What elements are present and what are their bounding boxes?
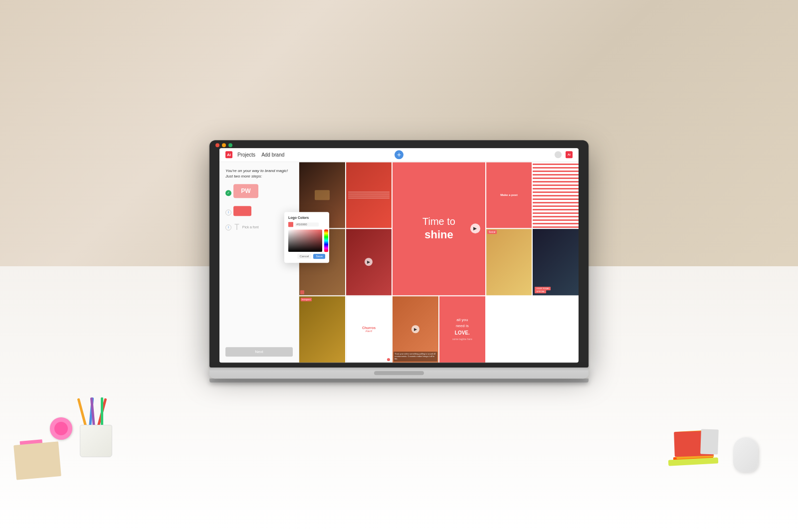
minimize-button[interactable]: [222, 143, 226, 147]
pencil-5: [101, 397, 103, 427]
picker-save-button[interactable]: Save: [313, 254, 325, 259]
add-button[interactable]: +: [395, 150, 403, 159]
step-1-check: ✓: [225, 190, 231, 196]
gallery-item-4[interactable]: [533, 162, 579, 228]
laptop: Ai Projects Add brand + Ai: [209, 140, 589, 382]
gallery-item-6[interactable]: ▶: [346, 229, 392, 295]
notebook-body: [13, 441, 61, 480]
books-area: [673, 422, 718, 462]
gallery-featured[interactable]: Time to shine ▶: [393, 162, 485, 295]
picker-cancel-button[interactable]: Cancel: [297, 254, 312, 259]
play-circle-1: ▶: [365, 258, 373, 266]
topbar-nav: Projects Add brand: [237, 152, 284, 158]
color-swatch-mini: [288, 222, 293, 227]
topbar-right: Ai: [555, 151, 573, 158]
left-panel: You're on your way to brand magic! Just …: [219, 162, 299, 362]
color-picker-title: Logo Colors: [288, 216, 325, 219]
laptop-screen-bezel: Ai Projects Add brand + Ai: [209, 140, 589, 367]
computer-mouse: [733, 437, 758, 472]
color-input-row: #f16060: [288, 222, 325, 227]
app-logo: Ai: [225, 151, 232, 158]
step-3-circle: i: [225, 224, 231, 230]
love-text: all you need is LOVE. some tagline here: [452, 317, 472, 342]
video-overlay-1[interactable]: ▶: [346, 229, 392, 295]
gallery-item-7[interactable]: Social: [486, 229, 532, 295]
font-section: i T Pick a font: [225, 223, 293, 232]
gradient-area[interactable]: [288, 229, 322, 252]
step-2-circle: i: [225, 209, 231, 215]
topbar: Ai Projects Add brand + Ai: [219, 148, 579, 162]
app-ui: Ai Projects Add brand + Ai: [219, 148, 579, 362]
font-label: Pick a font: [242, 226, 259, 229]
topbar-center: +: [395, 150, 403, 159]
gallery-item-9[interactable]: ▶ Trust your video something pulling is …: [393, 296, 438, 362]
laptop-keyboard-area: [209, 367, 589, 378]
play-circle-2: ▶: [411, 325, 419, 333]
gallery-item-2[interactable]: [346, 162, 392, 228]
gallery-item-love[interactable]: all you need is LOVE. some tagline here: [439, 296, 485, 362]
notebook: [15, 443, 60, 478]
next-button[interactable]: Next: [225, 347, 293, 356]
font-icon: T: [234, 223, 239, 232]
main-content: You're on your way to brand magic! Just …: [219, 162, 579, 362]
laptop-base: [209, 378, 589, 382]
color-picker-popup: Logo Colors #f16060 Cancel: [284, 212, 329, 263]
gallery-item-3[interactable]: Make a post: [486, 162, 532, 228]
logo-preview: PW: [233, 184, 258, 198]
user-avatar[interactable]: [555, 151, 562, 158]
nav-projects[interactable]: Projects: [237, 152, 255, 158]
pencil-cup-area: [80, 392, 115, 457]
adobe-logo: Ai: [566, 151, 573, 158]
gallery-item-churros[interactable]: Churros Alert!: [346, 296, 392, 362]
brand-prompt: You're on your way to brand magic! Just …: [225, 168, 293, 179]
screen-content: Ai Projects Add brand + Ai: [219, 148, 579, 362]
maximize-button[interactable]: [228, 143, 232, 147]
laptop-touchpad[interactable]: [374, 371, 424, 375]
close-button[interactable]: [215, 143, 219, 147]
tape-roll: [50, 417, 72, 440]
hex-input[interactable]: #f16060: [295, 222, 319, 226]
tape-roll-area: [50, 417, 72, 440]
traffic-lights: [215, 143, 232, 147]
gallery-item-8[interactable]: Instagram: [299, 296, 345, 362]
color-swatch[interactable]: [233, 206, 251, 216]
hue-bar[interactable]: [324, 229, 328, 252]
picker-buttons: Cancel Save: [288, 254, 325, 259]
color-gradient[interactable]: [288, 229, 322, 252]
featured-text: Time to shine: [422, 215, 455, 242]
step-2-row: i: [225, 206, 293, 219]
gallery-grid: Time to shine ▶ Make a post: [299, 162, 579, 362]
nav-add-brand[interactable]: Add brand: [261, 152, 284, 158]
mouse-area: [733, 437, 758, 472]
gallery-item-city[interactable]: SPECIAL YOUR TODAY: [533, 229, 579, 295]
step-1-row: ✓ PW: [225, 184, 293, 202]
pencil-cup: [80, 425, 112, 457]
play-button[interactable]: ▶: [470, 223, 480, 233]
